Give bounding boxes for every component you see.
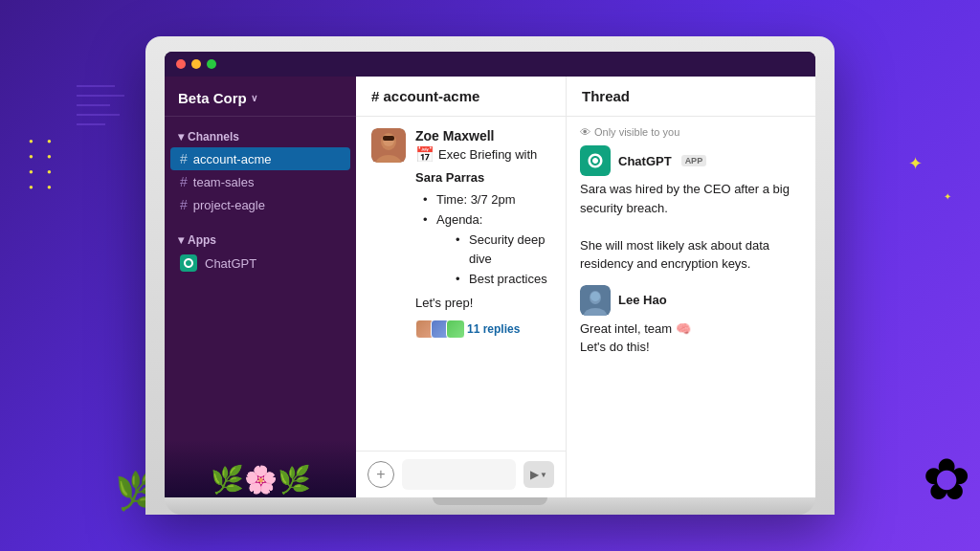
apps-arrow-icon: ▾ [178, 233, 184, 247]
visibility-text: Only visible to you [594, 126, 679, 138]
channel-hash-icon-3: # [180, 197, 188, 212]
workspace-name-text: Beta Corp [178, 90, 247, 106]
reply-avatar-3 [446, 320, 465, 339]
message-title-line1: Exec Briefing with [438, 145, 537, 165]
channel-hash-icon-2: # [180, 174, 188, 189]
channel-hash-icon: # [180, 151, 188, 166]
laptop-base [165, 497, 815, 515]
workspace-chevron-icon: ∨ [251, 93, 257, 103]
channel-name-account-acme: account-acme [193, 152, 272, 166]
message-zoe: Zoe Maxwell 📅 Exec Briefing with Sara Pa… [371, 128, 550, 339]
message-subbullet-security: Security deep dive [456, 231, 550, 271]
window-maximize-button[interactable] [207, 59, 216, 69]
channel-header: # account-acme [356, 77, 566, 117]
message-sender-zoe: Zoe Maxwell [415, 128, 550, 143]
thread-msg-header-lee: Lee Hao [580, 285, 802, 316]
eye-icon: 👁 [580, 126, 590, 138]
sidebar: Beta Corp ∨ ▾ Channels # account-acme # [165, 77, 356, 497]
sidebar-item-chatgpt[interactable]: ChatGPT [170, 251, 350, 276]
channels-label: Channels [188, 130, 239, 143]
replies-count[interactable]: 11 replies [467, 322, 520, 336]
chatgpt-thread-avatar [580, 145, 611, 176]
window-close-button[interactable] [176, 59, 186, 69]
bg-sparkle2-icon: ✦ [944, 191, 951, 202]
channels-section-header[interactable]: ▾ Channels [170, 126, 350, 147]
replies-row[interactable]: 11 replies [415, 320, 550, 339]
add-attachment-button[interactable]: + [368, 461, 394, 488]
message-content-zoe: Zoe Maxwell 📅 Exec Briefing with Sara Pa… [415, 128, 550, 339]
thread-visibility-note: 👁 Only visible to you [580, 126, 802, 138]
channels-section: ▾ Channels # account-acme # team-sales #… [165, 117, 356, 220]
sidebar-item-project-eagle[interactable]: # project-eagle [170, 193, 350, 216]
sidebar-plants-decoration: 🌿🌸🌿 [165, 440, 356, 497]
avatar-zoe [371, 128, 406, 163]
avatar-lee [580, 285, 611, 316]
apps-section-header[interactable]: ▾ Apps [170, 230, 350, 251]
message-subbullet-practices: Best practices [456, 270, 550, 290]
thread-messages: 👁 Only visible to you ChatGPT [567, 117, 815, 497]
bg-decoration-lines [77, 77, 134, 157]
message-bullet-time: Time: 3/7 2pm [423, 190, 550, 210]
thread-msg-text-lee: Great intel, team 🧠Let's do this! [580, 320, 802, 357]
send-chevron-icon: ▼ [540, 471, 547, 479]
thread-msg-header-chatgpt: ChatGPT APP [580, 145, 802, 176]
window-minimize-button[interactable] [191, 59, 201, 69]
chatgpt-sidebar-icon [180, 254, 197, 272]
workspace-name[interactable]: Beta Corp ∨ [178, 90, 343, 106]
message-sub-list: Security deep dive Best practices [436, 231, 550, 290]
channel-messages: Zoe Maxwell 📅 Exec Briefing with Sara Pa… [356, 117, 566, 451]
message-closing: Let's prep! [415, 294, 550, 313]
thread-message-chatgpt: ChatGPT APP Sara was hired by the CEO af… [580, 145, 802, 274]
reply-avatars [415, 320, 461, 339]
message-icon-row: 📅 Exec Briefing with [415, 145, 550, 165]
app-layout: Beta Corp ∨ ▾ Channels # account-acme # [165, 77, 815, 497]
bg-flower-decoration: ✿ [923, 446, 970, 513]
thread-sender-lee: Lee Hao [618, 293, 667, 307]
thread-sender-chatgpt: ChatGPT [618, 154, 672, 168]
message-title-line2: Sara Parras [415, 168, 550, 187]
channel-name-team-sales: team-sales [193, 175, 255, 189]
channel-main: # account-acme [356, 77, 567, 497]
send-button[interactable]: ▶ ▼ [523, 461, 554, 488]
thread-header: Thread [567, 77, 815, 117]
message-bullet-list: Time: 3/7 2pm Agenda: Security deep dive [415, 190, 550, 290]
channels-arrow-icon: ▾ [178, 130, 184, 143]
svg-point-13 [590, 292, 600, 301]
channel-name-project-eagle: project-eagle [193, 198, 265, 212]
channel-input: + ▶ ▼ [356, 451, 566, 497]
plus-icon: + [376, 466, 385, 483]
title-bar [165, 52, 815, 77]
laptop-shell: Beta Corp ∨ ▾ Channels # account-acme # [145, 36, 835, 515]
thread-title: Thread [582, 88, 630, 104]
calendar-icon: 📅 [415, 145, 434, 164]
sidebar-item-account-acme[interactable]: # account-acme [170, 147, 350, 170]
message-input[interactable] [402, 459, 516, 490]
thread-msg-text-chatgpt: Sara was hired by the CEO after a big se… [580, 180, 802, 274]
channel-title: # account-acme [371, 88, 479, 104]
chatgpt-app-label: ChatGPT [205, 256, 256, 271]
bg-sparkle-icon: ✦ [908, 153, 923, 174]
apps-label: Apps [188, 233, 216, 247]
sidebar-header: Beta Corp ∨ [165, 77, 356, 117]
thread-message-lee: Lee Hao Great intel, team 🧠Let's do this… [580, 285, 802, 357]
message-bullet-agenda: Agenda: Security deep dive Best practice… [423, 210, 550, 290]
laptop-screen: Beta Corp ∨ ▾ Channels # account-acme # [165, 52, 815, 497]
app-badge: APP [681, 155, 707, 166]
send-icon: ▶ [530, 468, 539, 481]
thread-panel: Thread 👁 Only visible to you [567, 77, 815, 497]
apps-section: ▾ Apps ChatGPT [165, 220, 356, 279]
bg-decoration-dots: ● ●● ●● ●● ● [29, 134, 57, 195]
sidebar-item-team-sales[interactable]: # team-sales [170, 170, 350, 193]
svg-rect-9 [383, 136, 394, 141]
